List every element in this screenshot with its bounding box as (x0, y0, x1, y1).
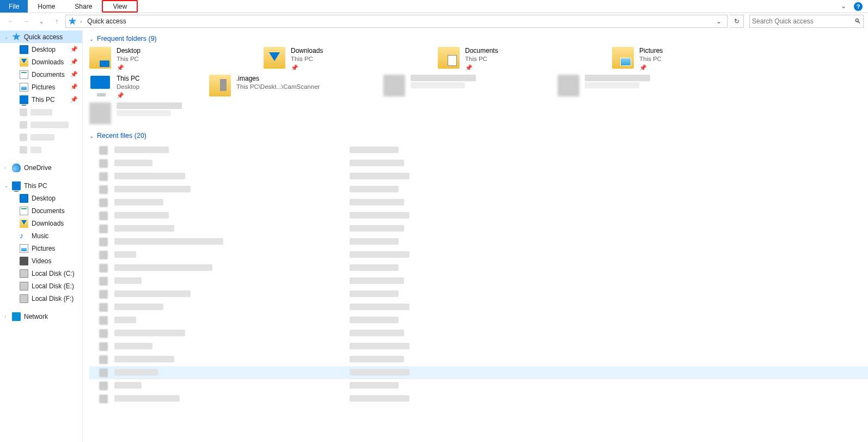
folder-blurred[interactable] (89, 102, 236, 124)
sidebar-item-disk-c[interactable]: Local Disk (C:) (0, 267, 82, 280)
sidebar-label: Local Disk (C:) (32, 270, 75, 277)
recent-file-row[interactable] (89, 275, 868, 288)
section-recent-files[interactable]: ⌄ Recent files (20) (89, 132, 868, 140)
sidebar-item-network[interactable]: › Network (0, 310, 82, 323)
recent-file-row[interactable] (89, 170, 868, 183)
sidebar-item-this-pc-pinned[interactable]: This PC 📌 (0, 93, 82, 106)
file-name (114, 160, 152, 166)
sidebar-item-disk-f[interactable]: Local Disk (F:) (0, 292, 82, 305)
recent-file-row[interactable] (89, 353, 868, 366)
folder-documents[interactable]: Documents This PC 📌 (438, 47, 585, 71)
folder-path: This PC (639, 56, 663, 62)
up-button[interactable]: ↑ (50, 15, 63, 28)
recent-file-row[interactable] (89, 157, 868, 170)
sidebar-item-documents[interactable]: Documents 📌 (0, 68, 82, 81)
recent-file-row[interactable] (89, 144, 868, 157)
desktop-icon (20, 45, 28, 54)
folder-blurred[interactable] (383, 75, 530, 99)
section-title: Recent files (20) (97, 132, 146, 140)
recent-file-row[interactable] (89, 183, 868, 196)
folder-path: This PC\Deskt...\CamScanner (236, 83, 320, 90)
file-name (114, 173, 185, 179)
chevron-right-icon[interactable]: › (79, 19, 83, 25)
onedrive-icon (12, 164, 21, 172)
file-location (350, 160, 404, 166)
tab-home[interactable]: Home (28, 0, 65, 13)
folder-blurred[interactable] (558, 75, 705, 99)
tab-file[interactable]: File (0, 0, 28, 13)
help-icon[interactable]: ? (854, 2, 863, 11)
search-box[interactable]: 🔍︎ (749, 15, 864, 28)
ribbon-minimize-icon[interactable]: ⌄ (835, 0, 852, 13)
search-input[interactable] (752, 17, 845, 25)
sidebar-item-pc-documents[interactable]: Documents (0, 204, 82, 217)
sidebar-label: Videos (32, 257, 51, 265)
sidebar-item-blurred[interactable] (0, 131, 82, 143)
videos-icon (20, 257, 28, 265)
sidebar-item-pc-videos[interactable]: Videos (0, 255, 82, 267)
recent-file-row[interactable] (89, 366, 868, 379)
expand-icon[interactable]: ⌄ (4, 34, 9, 40)
recent-file-row[interactable] (89, 314, 868, 327)
folder-downloads[interactable]: Downloads This PC 📌 (264, 47, 411, 71)
folder-pictures[interactable]: Pictures This PC 📌 (612, 47, 759, 71)
recent-file-row[interactable] (89, 209, 868, 222)
file-icon (99, 225, 108, 233)
expand-icon[interactable]: ⌄ (4, 183, 9, 189)
recent-file-row[interactable] (89, 340, 868, 353)
file-name (114, 290, 191, 297)
folder-title: Desktop (117, 47, 140, 55)
sidebar-item-downloads[interactable]: Downloads 📌 (0, 56, 82, 68)
file-location (350, 173, 409, 179)
sidebar-item-onedrive[interactable]: › OneDrive (0, 161, 82, 174)
file-name (114, 251, 136, 258)
recent-file-row[interactable] (89, 301, 868, 314)
collapse-icon[interactable]: ⌄ (89, 36, 94, 42)
sidebar-item-disk-e[interactable]: Local Disk (E:) (0, 280, 82, 292)
search-icon[interactable]: 🔍︎ (854, 17, 861, 25)
recent-file-row[interactable] (89, 327, 868, 340)
sidebar-item-desktop[interactable]: Desktop 📌 (0, 43, 82, 56)
back-button[interactable]: ← (4, 15, 17, 28)
sidebar-item-blurred[interactable] (0, 143, 82, 156)
sidebar-item-pc-pictures[interactable]: Pictures (0, 242, 82, 255)
breadcrumb-quick-access[interactable]: Quick access (85, 17, 128, 25)
file-name (114, 186, 191, 192)
folder-images[interactable]: .images This PC\Deskt...\CamScanner (209, 75, 356, 99)
expand-icon[interactable]: › (4, 165, 6, 171)
file-icon (99, 159, 108, 168)
recent-file-row[interactable] (89, 249, 868, 262)
sidebar-item-blurred[interactable] (0, 106, 82, 118)
expand-icon[interactable]: › (4, 314, 6, 319)
address-dropdown-icon[interactable]: ⌄ (713, 17, 725, 25)
address-bar[interactable]: › Quick access ⌄ (65, 15, 728, 28)
section-frequent-folders[interactable]: ⌄ Frequent folders (9) (89, 35, 868, 43)
collapse-icon[interactable]: ⌄ (89, 133, 94, 139)
recent-file-row[interactable] (89, 262, 868, 275)
recent-file-row[interactable] (89, 379, 868, 392)
recent-file-row[interactable] (89, 222, 868, 235)
recent-file-row[interactable] (89, 288, 868, 301)
refresh-button[interactable]: ↻ (730, 15, 744, 28)
sidebar-item-pictures[interactable]: Pictures 📌 (0, 81, 82, 93)
sidebar-item-pc-downloads[interactable]: Downloads (0, 217, 82, 229)
folder-desktop[interactable]: Desktop This PC 📌 (89, 47, 236, 71)
tab-view[interactable]: View (102, 0, 138, 13)
sidebar-item-quick-access[interactable]: ⌄ Quick access (0, 31, 82, 43)
folder-this-pc[interactable]: This PC Desktop 📌 (89, 75, 182, 99)
file-name (114, 147, 169, 153)
tab-share[interactable]: Share (65, 0, 102, 13)
sidebar-item-pc-desktop[interactable]: Desktop (0, 192, 82, 204)
sidebar-item-blurred[interactable] (0, 118, 82, 131)
sidebar-item-pc-music[interactable]: ♪ Music (0, 229, 82, 242)
recent-file-row[interactable] (89, 196, 868, 209)
folder-title: .images (236, 75, 320, 82)
forward-button[interactable]: → (20, 15, 33, 28)
folder-icon (383, 75, 405, 96)
sidebar-label (30, 109, 52, 116)
recent-file-row[interactable] (89, 392, 868, 405)
this-pc-icon (89, 75, 111, 96)
recent-locations-icon[interactable]: ⌄ (35, 15, 48, 28)
recent-file-row[interactable] (89, 235, 868, 249)
sidebar-item-this-pc[interactable]: ⌄ This PC (0, 179, 82, 192)
